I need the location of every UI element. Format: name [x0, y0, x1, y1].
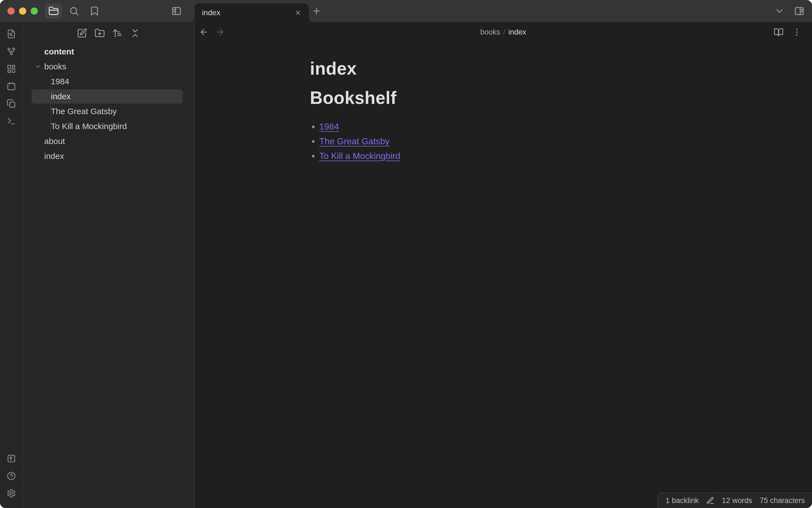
vault-switcher-button[interactable]: [2, 450, 20, 467]
indent-guide: [50, 75, 51, 132]
file-tree: content books 1984 index The Great Gatsb…: [23, 44, 194, 164]
tab-title: index: [202, 8, 293, 17]
collapse-all-icon: [130, 28, 140, 38]
tree-file-to-kill-a-mockingbird[interactable]: To Kill a Mockingbird: [23, 119, 194, 134]
note-heading: Bookshelf: [310, 88, 697, 108]
calendar-icon: [7, 82, 16, 91]
vault-title[interactable]: content: [23, 44, 194, 59]
ribbon: [0, 22, 23, 508]
bullet-dot: [312, 140, 315, 143]
new-tab-button[interactable]: [312, 6, 322, 16]
sort-icon: [112, 28, 123, 38]
help-icon: [7, 471, 16, 481]
tree-file-index-root[interactable]: index: [23, 149, 194, 164]
breadcrumb: books / index: [480, 22, 526, 42]
back-icon: [199, 27, 208, 37]
chevron-down-icon: [774, 6, 785, 16]
zoom-window-button[interactable]: [31, 7, 38, 15]
sort-order-button[interactable]: [111, 27, 123, 39]
vault-icon: [7, 454, 16, 463]
new-folder-button[interactable]: [94, 27, 105, 39]
obsidian-window: index: [0, 0, 812, 508]
reading-mode-icon: [774, 27, 783, 37]
breadcrumb-separator: /: [503, 28, 506, 37]
search-button[interactable]: [65, 3, 83, 19]
file-search-icon: [7, 29, 16, 39]
panel-right-icon: [794, 6, 805, 16]
reading-mode-button[interactable]: [773, 26, 784, 38]
plus-icon: [312, 6, 322, 16]
copy-icon: [7, 99, 16, 108]
breadcrumb-parent[interactable]: books: [480, 28, 500, 37]
folder-icon: [48, 6, 59, 16]
backlink-count[interactable]: 1 backlink: [666, 496, 699, 505]
file-explorer: content books 1984 index The Great Gatsb…: [23, 22, 194, 508]
note-title: index: [310, 58, 697, 79]
collapse-all-button[interactable]: [129, 27, 141, 39]
bullet-dot: [312, 155, 315, 158]
list-item: To Kill a Mockingbird: [312, 149, 697, 163]
tab-list-dropdown-button[interactable]: [773, 3, 785, 19]
bookmark-icon: [89, 6, 100, 16]
edit-icon[interactable]: [706, 496, 715, 505]
bullet-dot: [312, 125, 315, 128]
daily-note-button[interactable]: [2, 77, 20, 95]
collapse-left-sidebar-button[interactable]: [168, 3, 185, 19]
breadcrumb-current[interactable]: index: [509, 28, 526, 37]
graph-view-button[interactable]: [2, 43, 20, 60]
book-link-list: 1984 The Great Gatsby To Kill a Mockingb…: [310, 119, 697, 163]
close-window-button[interactable]: [7, 7, 15, 15]
status-bar: 1 backlink 12 words 75 characters: [657, 493, 812, 508]
forward-icon: [216, 27, 225, 37]
quick-switcher-button[interactable]: [2, 25, 20, 43]
terminal-icon: [7, 116, 16, 126]
list-item: The Great Gatsby: [312, 134, 697, 149]
traffic-lights: [0, 7, 38, 15]
new-folder-icon: [94, 28, 105, 38]
toggle-file-explorer-button[interactable]: [45, 3, 62, 19]
templates-button[interactable]: [2, 95, 20, 112]
more-options-button[interactable]: [791, 26, 803, 38]
link-1984[interactable]: 1984: [319, 122, 339, 132]
canvas-button[interactable]: [2, 60, 20, 77]
bookmarks-button[interactable]: [86, 3, 103, 19]
tree-file-about[interactable]: about: [23, 134, 194, 149]
link-to-kill-a-mockingbird[interactable]: To Kill a Mockingbird: [319, 151, 400, 161]
minimize-window-button[interactable]: [19, 7, 26, 15]
character-count: 75 characters: [760, 496, 805, 505]
new-note-button[interactable]: [76, 27, 88, 39]
search-icon: [69, 6, 79, 16]
word-count: 12 words: [722, 496, 752, 505]
editor-header: books / index: [194, 22, 812, 42]
navigate-forward-button[interactable]: [214, 27, 226, 38]
navigate-back-button[interactable]: [198, 27, 209, 38]
close-icon: [294, 9, 301, 16]
settings-icon: [7, 489, 16, 498]
list-item: 1984: [312, 119, 697, 134]
graph-icon: [7, 47, 16, 56]
more-options-icon: [792, 27, 802, 37]
file-explorer-toolbar: [23, 22, 194, 44]
titlebar: index: [0, 0, 812, 22]
link-the-great-gatsby[interactable]: The Great Gatsby: [319, 136, 389, 146]
tab-index[interactable]: index: [195, 3, 309, 22]
help-button[interactable]: [2, 467, 20, 484]
editor-pane: books / index index Bookshelf 1984: [194, 22, 812, 508]
tree-folder-books[interactable]: books: [23, 59, 194, 74]
tree-file-index-selected[interactable]: index: [32, 89, 183, 103]
tab-close-button[interactable]: [293, 8, 303, 17]
tree-file-the-great-gatsby[interactable]: The Great Gatsby: [23, 104, 194, 119]
note-content: index Bookshelf 1984 The Great Gatsby To…: [310, 42, 697, 163]
terminal-button[interactable]: [2, 112, 20, 130]
settings-button[interactable]: [2, 484, 20, 502]
canvas-icon: [7, 64, 16, 74]
expand-right-sidebar-button[interactable]: [793, 3, 805, 19]
chevron-down-icon: [34, 63, 41, 70]
panel-left-icon: [171, 6, 182, 16]
new-note-icon: [77, 28, 87, 38]
tree-file-1984[interactable]: 1984: [23, 74, 194, 89]
